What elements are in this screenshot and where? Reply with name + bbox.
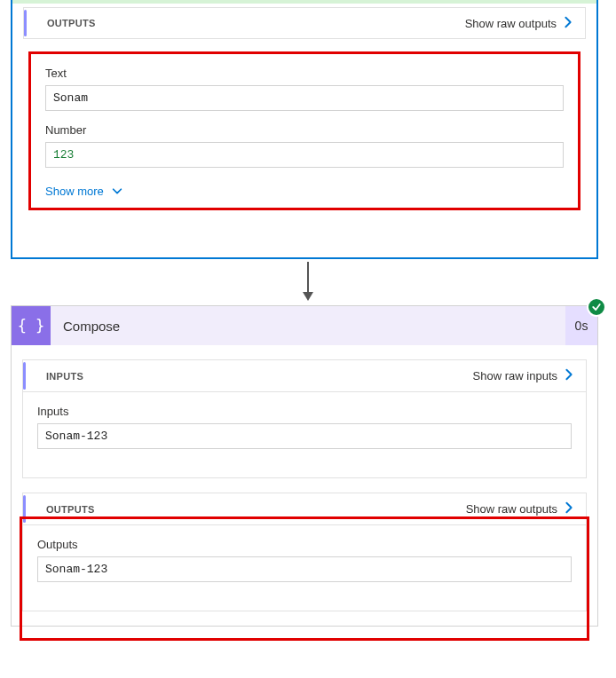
success-badge-icon — [587, 297, 606, 317]
accent-bar — [24, 10, 27, 36]
text-field-value: Sonam — [45, 85, 564, 111]
chevron-right-icon — [563, 368, 575, 383]
top-strip — [12, 0, 596, 4]
highlight-box-top: Text Sonam Number 123 Show more — [28, 51, 580, 210]
compose-title: Compose — [51, 319, 565, 334]
accent-bar — [23, 495, 26, 523]
number-field-value: 123 — [45, 142, 564, 168]
compose-icon: { } — [12, 306, 51, 345]
outputs-header-title: OUTPUTS — [47, 18, 96, 28]
inputs-header-title: INPUTS — [46, 371, 83, 382]
show-raw-inputs-link[interactable]: Show raw inputs — [473, 368, 575, 383]
inputs-section-header: INPUTS Show raw inputs — [23, 360, 586, 392]
number-field-label: Number — [45, 123, 564, 137]
chevron-right-icon — [563, 501, 575, 516]
outputs-panel: OUTPUTS Show raw outputs Outputs Sonam-1… — [22, 493, 587, 611]
outputs-header-title: OUTPUTS — [46, 504, 95, 515]
inputs-panel: INPUTS Show raw inputs Inputs Sonam-123 — [22, 359, 587, 478]
outputs-value: Sonam-123 — [37, 556, 572, 582]
show-raw-outputs-link[interactable]: Show raw outputs — [465, 16, 574, 31]
inputs-value: Sonam-123 — [37, 423, 572, 449]
show-raw-outputs-text: Show raw outputs — [465, 17, 557, 30]
inputs-body: Inputs Sonam-123 — [23, 392, 586, 477]
show-raw-outputs-link[interactable]: Show raw outputs — [466, 501, 575, 516]
inputs-label: Inputs — [37, 405, 572, 418]
outputs-label: Outputs — [37, 538, 572, 551]
accent-bar — [23, 362, 26, 390]
flow-arrow — [299, 262, 317, 301]
show-raw-outputs-text: Show raw outputs — [466, 502, 557, 516]
compose-header[interactable]: { } Compose 0s — [12, 306, 597, 345]
chevron-right-icon — [562, 16, 574, 31]
show-raw-inputs-text: Show raw inputs — [473, 369, 557, 382]
show-more-link[interactable]: Show more — [45, 184, 123, 199]
previous-action-card: OUTPUTS Show raw outputs Text Sonam Numb… — [11, 0, 598, 259]
show-more-text: Show more — [45, 185, 104, 198]
outputs-body: Text Sonam Number 123 Show more — [12, 39, 596, 223]
text-field-label: Text — [45, 67, 564, 80]
arrow-head-icon — [303, 292, 313, 301]
outputs-section-header: OUTPUTS Show raw outputs — [23, 493, 586, 525]
arrow-shaft — [307, 262, 309, 292]
compose-action-card: { } Compose 0s INPUTS Show raw inputs In… — [11, 305, 598, 627]
outputs-section-header: OUTPUTS Show raw outputs — [23, 7, 586, 39]
chevron-down-icon — [111, 185, 123, 200]
outputs-body: Outputs Sonam-123 — [23, 525, 586, 611]
